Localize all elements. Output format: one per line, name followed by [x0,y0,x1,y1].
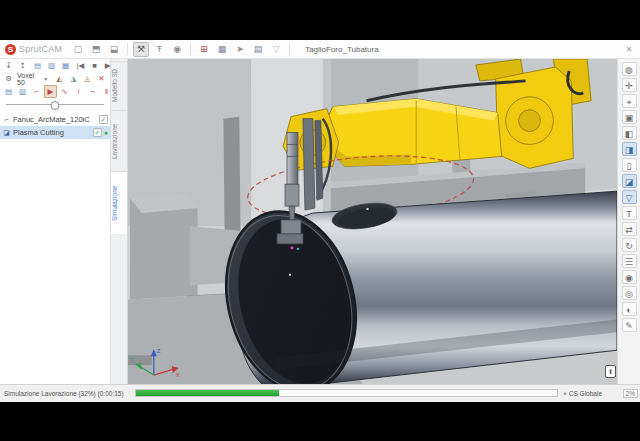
sprutcam-logo-icon: S [5,44,16,55]
simulation-mode-toolbar: ⚙ Voxel 50 ▾ ◭ ◮ ◬ ✕ [0,72,110,85]
video-letterbox: S SprutCAM ▢ ⬒ ⬓ ⚒ Ŧ ◉ ⊞ ▦ ➤ ▤ ▽ TaglioF… [0,0,640,441]
axis-x-label: X [176,372,180,378]
vertex-marker [289,274,291,276]
close-icon[interactable]: ✕ [623,45,635,54]
axis-y-label: Y [130,356,134,362]
positioner-body [130,198,198,299]
step-out-button[interactable]: ↥ [16,59,29,72]
machine-setup-icon[interactable]: ⚒ [133,42,149,57]
simulation-speed-slider[interactable] [6,100,104,110]
to-start-button[interactable]: |◀ [74,59,87,72]
lock-rotation-icon[interactable]: ◧ [622,126,637,140]
torch-clamp-2 [277,234,303,244]
voxel-mode-label[interactable]: Voxel 50 [17,72,42,86]
zoom-fit-icon[interactable]: ▣ [622,110,637,124]
step-into-button[interactable]: ↧ [2,59,15,72]
list-start-button[interactable]: ▤ [31,59,44,72]
save-document-icon[interactable]: ⬓ [106,42,122,57]
sim-mode-solid-button[interactable]: ◭ [53,72,66,85]
coordinate-system-label: CS Globale [569,390,602,397]
simulation-panel: ↧ ↥ ▤ ▥ ▦ |◀ ■ ▶| ▶ ⚙ Voxel 50 ▾ [0,59,111,384]
sim-reset-button[interactable]: ✕ [95,72,108,85]
tree-row-robot[interactable]: ⌐ Fanuc_ArcMate_120iC ✓ [0,113,110,126]
toolpath-lines-button[interactable]: ∿ [58,85,71,98]
operations-tree: ⌐ Fanuc_ArcMate_120iC ✓ ◪ Plasma Cutting… [0,113,110,139]
pan-view-icon[interactable]: ✛ [622,78,637,92]
workpiece-visibility-icon[interactable]: ◪ [622,174,637,188]
main-toolbar: S SprutCAM ▢ ⬒ ⬓ ⚒ Ŧ ◉ ⊞ ▦ ➤ ▤ ▽ TaglioF… [0,40,640,59]
tab-simulazione[interactable]: Simulazione [111,171,127,234]
lock-part-icon[interactable]: ◨ [622,142,637,156]
info-icon[interactable]: i [605,365,616,378]
toolbar-separator [289,43,290,55]
torch-body [287,133,298,185]
robot-icon: ⌐ [2,116,11,123]
tool-contact-marker [297,248,299,250]
scene-filter-icon[interactable]: ▽ [622,190,637,204]
checkbox-checked-icon[interactable]: ✓ [99,115,108,124]
axis-z-label: Z [157,348,161,354]
toolbar-separator [190,43,191,55]
show-section-icon[interactable]: ◐ [622,302,637,316]
checkbox-checked-icon[interactable]: ✓ [93,128,102,137]
snapshot-icon[interactable]: ▦ [214,42,230,57]
tree-row-plasma-cutting[interactable]: ◪ Plasma Cutting ✓ ● [0,126,110,139]
status-bar: Simulazione Lavorazione (32%) (0:00:15) … [0,384,640,402]
list-current-button[interactable]: ▥ [45,59,58,72]
refresh-view-icon[interactable]: ↻ [622,238,637,252]
annotations-icon[interactable]: T [622,206,637,220]
run-operation-button[interactable]: ▶ [44,85,57,98]
ops-tree-button[interactable]: ▥ [16,85,29,98]
list-end-button[interactable]: ▦ [59,59,72,72]
brand-name: SprutCAM [19,44,62,54]
gear-icon[interactable]: ⚙ [2,72,15,85]
zoom-window-icon[interactable]: ⌖ [622,94,637,108]
slider-thumb[interactable] [51,101,60,110]
app-logo: S SprutCAM [5,44,62,55]
toolpath-points-button[interactable]: ≀ [72,85,85,98]
stop-button[interactable]: ■ [88,59,101,72]
tool-tip-marker [290,246,293,249]
main-content: ↧ ↥ ▤ ▥ ▦ |◀ ■ ▶| ▶ ⚙ Voxel 50 ▾ [0,59,640,384]
show-toolpath-icon[interactable]: ◉ [622,270,637,284]
coordinate-system-indicator[interactable]: ⌖ CS Globale [563,390,602,398]
machining-toolbar: ▤ ▥ ⌐ ▶ ∿ ≀ ¬ ‖ [0,85,110,98]
workpiece-panel-icon[interactable]: ▯ [622,158,637,172]
panel-tabstrip: Modello 3D Lavorazione Simulazione [111,59,128,384]
swap-views-icon[interactable]: ⇄ [622,222,637,236]
document-tab[interactable]: TaglioForo_Tubatura [301,43,383,56]
viewport-3d[interactable]: Z X Y i [128,59,617,384]
simulation-progress-bar [135,389,558,397]
playback-toolbar: ↧ ↥ ▤ ▥ ▦ |◀ ■ ▶| ▶ [0,59,110,72]
sprutcam-window: S SprutCAM ▢ ⬒ ⬓ ⚒ Ŧ ◉ ⊞ ▦ ➤ ▤ ▽ TaglioF… [0,40,640,402]
toolpath-frames-button[interactable]: ¬ [86,85,99,98]
chevron-down-icon[interactable]: ▾ [44,75,47,82]
progress-fill [136,390,279,396]
filter-icon[interactable]: ▽ [268,42,284,57]
open-document-icon[interactable]: ⬒ [88,42,104,57]
new-document-icon[interactable]: ▢ [70,42,86,57]
technology-table-icon[interactable]: ⊞ [196,42,212,57]
inspect-icon[interactable]: ◉ [169,42,185,57]
sim-mode-compare-button[interactable]: ◬ [81,72,94,85]
coordinate-system-icon: ⌖ [563,390,567,397]
vertex-marker [367,208,369,210]
view-toolbar: ◍ ✛ ⌖ ▣ ◧ ◨ ▯ ◪ ▽ T ⇄ ↻ ☰ ◉ ◎ ◐ ✎ [617,59,640,384]
ops-label-button[interactable]: ⌐ [30,85,43,98]
scene-3d: Z X Y [128,59,617,384]
sim-mode-voxel-button[interactable]: ◮ [67,72,80,85]
orbit-view-icon[interactable]: ◍ [622,62,637,76]
measure-icon[interactable]: ✎ [622,318,637,332]
report-icon[interactable]: ▤ [250,42,266,57]
pipe-workpiece [208,191,617,384]
show-wireframe-icon[interactable]: ◎ [622,286,637,300]
torch-bracket [303,119,315,210]
postprocess-icon[interactable]: ➤ [232,42,248,57]
running-status-dot: ● [104,128,108,137]
tooling-icon[interactable]: Ŧ [151,42,167,57]
scene-tree-icon[interactable]: ☰ [622,254,637,268]
tab-lavorazione[interactable]: Lavorazione [111,110,127,171]
tab-modello-3d[interactable]: Modello 3D [111,61,127,110]
ops-list-button[interactable]: ▤ [2,85,15,98]
tree-item-label: Plasma Cutting [13,128,91,137]
